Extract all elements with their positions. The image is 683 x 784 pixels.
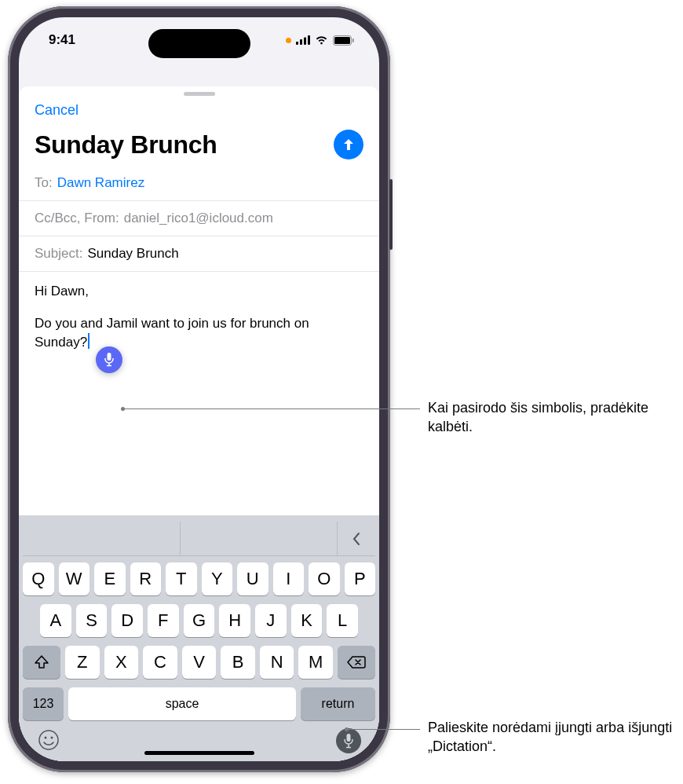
- svg-rect-3: [308, 35, 310, 45]
- key-n[interactable]: N: [260, 646, 294, 679]
- subject-field[interactable]: Subject: Sunday Brunch: [19, 236, 379, 272]
- key-d[interactable]: D: [111, 604, 143, 637]
- arrow-up-icon: [342, 137, 356, 152]
- key-e[interactable]: E: [94, 562, 126, 595]
- key-i[interactable]: I: [273, 562, 305, 595]
- screen: 9:41 Cancel Sunday Brunch To:: [19, 17, 379, 761]
- key-c[interactable]: C: [143, 646, 177, 679]
- key-u[interactable]: U: [237, 562, 268, 595]
- cancel-button[interactable]: Cancel: [35, 99, 79, 122]
- callout-line-2: [346, 729, 420, 730]
- status-time: 9:41: [49, 32, 75, 48]
- toolbar-collapse[interactable]: [338, 522, 375, 555]
- microphone-icon: [104, 353, 115, 367]
- toolbar-seg-1[interactable]: [23, 522, 181, 555]
- ccbcc-field[interactable]: Cc/Bcc, From: daniel_rico1@icloud.com: [19, 201, 379, 236]
- key-v[interactable]: V: [182, 646, 217, 679]
- body-line-1: Hi Dawn,: [35, 283, 363, 301]
- chevron-left-icon: [351, 531, 362, 547]
- callout-2: Palieskite norėdami įjungti arba išjungt…: [428, 718, 679, 757]
- svg-rect-2: [304, 38, 306, 46]
- svg-rect-13: [347, 734, 351, 742]
- key-x[interactable]: X: [104, 646, 139, 679]
- key-p[interactable]: P: [345, 562, 376, 595]
- key-row-2: ASDFGHJKL: [23, 604, 375, 637]
- compose-sheet: Cancel Sunday Brunch To: Dawn Ramirez Cc…: [19, 86, 379, 761]
- shift-icon: [34, 655, 49, 669]
- svg-point-10: [39, 731, 58, 749]
- cellular-icon: [296, 35, 310, 45]
- key-g[interactable]: G: [184, 604, 215, 637]
- key-row-1: QWERTYUIOP: [23, 562, 375, 595]
- to-field[interactable]: To: Dawn Ramirez: [19, 166, 379, 201]
- subject-label: Subject:: [35, 246, 82, 262]
- text-cursor: [88, 333, 89, 349]
- microphone-icon: [343, 734, 354, 749]
- svg-rect-7: [108, 353, 111, 361]
- key-w[interactable]: W: [59, 562, 90, 595]
- wifi-icon: [315, 35, 328, 45]
- emoji-icon: [38, 729, 60, 751]
- svg-point-11: [45, 737, 47, 739]
- numbers-key[interactable]: 123: [23, 687, 64, 720]
- key-m[interactable]: M: [298, 646, 333, 679]
- body-line-2: Do you and Jamil want to join us for bru…: [35, 315, 363, 352]
- dynamic-island: [148, 29, 250, 58]
- delete-icon: [347, 655, 366, 669]
- key-l[interactable]: L: [327, 604, 358, 637]
- svg-point-12: [51, 737, 53, 739]
- key-q[interactable]: Q: [23, 562, 54, 595]
- delete-key[interactable]: [338, 646, 375, 679]
- return-key[interactable]: return: [301, 687, 375, 720]
- svg-rect-6: [352, 38, 354, 42]
- key-row-3: ZXCVBNM: [23, 646, 375, 679]
- key-h[interactable]: H: [219, 604, 250, 637]
- subject-value: Sunday Brunch: [87, 246, 178, 262]
- key-f[interactable]: F: [148, 604, 179, 637]
- key-k[interactable]: K: [291, 604, 323, 637]
- send-button[interactable]: [334, 130, 363, 159]
- battery-icon: [333, 35, 354, 46]
- recording-indicator-icon: [286, 38, 291, 43]
- svg-rect-0: [296, 42, 298, 45]
- space-key[interactable]: space: [68, 687, 296, 720]
- shift-key[interactable]: [23, 646, 60, 679]
- key-s[interactable]: S: [76, 604, 108, 637]
- key-b[interactable]: B: [221, 646, 255, 679]
- keyboard-bottom: [23, 720, 375, 753]
- ccbcc-label: Cc/Bcc, From:: [35, 211, 119, 226]
- dictation-indicator[interactable]: [96, 346, 122, 373]
- keyboard-toolbar: [23, 522, 375, 556]
- toolbar-seg-2[interactable]: [181, 522, 338, 555]
- keyboard: QWERTYUIOP ASDFGHJKL ZXCVBNM 123 space r…: [19, 515, 379, 761]
- to-value: Dawn Ramirez: [57, 175, 144, 191]
- email-body[interactable]: Hi Dawn, Do you and Jamil want to join u…: [19, 272, 379, 515]
- key-j[interactable]: J: [255, 604, 287, 637]
- callout-1: Kai pasirodo šis simbolis, pradėkite kal…: [428, 398, 671, 437]
- key-t[interactable]: T: [166, 562, 197, 595]
- key-a[interactable]: A: [40, 604, 71, 637]
- from-value: daniel_rico1@icloud.com: [124, 211, 273, 226]
- key-o[interactable]: O: [309, 562, 340, 595]
- emoji-button[interactable]: [37, 728, 60, 752]
- key-row-4: 123 space return: [23, 687, 375, 720]
- callout-line-1: [122, 408, 420, 409]
- email-title: Sunday Brunch: [35, 130, 217, 159]
- svg-rect-1: [300, 39, 302, 45]
- svg-rect-5: [334, 37, 350, 44]
- side-button: [389, 179, 393, 250]
- dictation-toggle-button[interactable]: [336, 728, 361, 753]
- key-y[interactable]: Y: [202, 562, 233, 595]
- to-label: To:: [35, 175, 53, 191]
- key-z[interactable]: Z: [65, 646, 100, 679]
- home-indicator[interactable]: [144, 751, 254, 755]
- key-r[interactable]: R: [130, 562, 162, 595]
- iphone-frame: 9:41 Cancel Sunday Brunch To:: [8, 6, 390, 772]
